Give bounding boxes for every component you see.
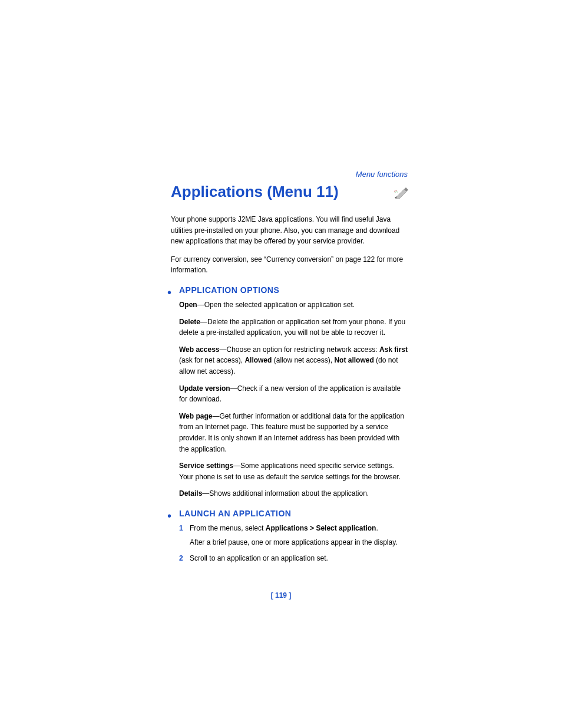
option-web-access-ask-first-after: (ask for net access), [179, 356, 244, 364]
intro-block: Your phone supports J2ME Java applicatio… [171, 214, 409, 276]
page-number: [ 119 ] [0, 591, 562, 599]
bullet-icon: • [167, 510, 171, 522]
running-header: Menu functions [356, 170, 408, 179]
step-1-body: From the menus, select Applications > Se… [190, 523, 409, 548]
option-web-access-ask-first: Ask first [379, 345, 408, 354]
step-2-number: 2 [179, 553, 190, 564]
option-web-page-text: —Get further information or additional d… [179, 412, 404, 453]
step-1-pre: From the menus, select [190, 524, 266, 532]
step-2-text: Scroll to an application or an applicati… [190, 554, 328, 562]
option-delete-text: —Delete the application or application s… [179, 318, 405, 337]
option-web-page: Web page—Get further information or addi… [179, 411, 409, 454]
option-delete: Delete—Delete the application or applica… [179, 317, 409, 338]
option-web-access: Web access—Choose an option for restrict… [179, 344, 409, 377]
option-web-access-allowed: Allowed [244, 356, 272, 364]
option-web-page-lead: Web page [179, 412, 212, 420]
option-web-access-pre: —Choose an option for restricting networ… [220, 345, 379, 354]
option-web-access-not-allowed: Not allowed [334, 356, 373, 364]
page: Menu functions Applications (Menu 11) Yo… [0, 0, 562, 728]
intro-paragraph-2: For currency conversion, see “Currency c… [171, 254, 409, 276]
option-open-text: —Open the selected application or applic… [197, 301, 355, 309]
option-open: Open—Open the selected application or ap… [179, 299, 409, 311]
step-1-number: 1 [179, 523, 190, 548]
step-2: 2 Scroll to an application or an applica… [179, 553, 409, 564]
option-update-version: Update version—Check if a new version of… [179, 383, 409, 405]
option-open-lead: Open [179, 301, 197, 309]
option-service-lead: Service settings [179, 462, 233, 470]
option-details: Details—Shows additional information abo… [179, 488, 409, 499]
title-row: Applications (Menu 11) [171, 183, 409, 201]
option-service-settings: Service settings—Some applications need … [179, 460, 409, 482]
step-1-sub: After a brief pause, one or more applica… [190, 537, 409, 548]
option-web-access-lead: Web access [179, 345, 220, 354]
svg-marker-0 [396, 189, 406, 199]
section-title-launch: LAUNCH AN APPLICATION [179, 509, 409, 518]
section-launch-application: • LAUNCH AN APPLICATION 1 From the menus… [171, 509, 409, 564]
step-2-body: Scroll to an application or an applicati… [190, 553, 409, 564]
option-details-lead: Details [179, 489, 202, 498]
option-web-access-allowed-after: (allow net access), [272, 356, 334, 364]
step-1-bold: Applications > Select application [266, 524, 376, 532]
option-details-text: —Shows additional information about the … [202, 489, 369, 498]
section-title-app-options: APPLICATION OPTIONS [179, 285, 409, 295]
step-1-post: . [376, 524, 378, 532]
applications-icon [394, 186, 409, 199]
section-application-options: • APPLICATION OPTIONS Open—Open the sele… [171, 285, 409, 499]
option-update-lead: Update version [179, 384, 230, 393]
intro-paragraph-1: Your phone supports J2ME Java applicatio… [171, 214, 409, 247]
step-1: 1 From the menus, select Applications > … [179, 523, 409, 548]
bullet-icon: • [167, 286, 171, 298]
option-delete-lead: Delete [179, 318, 200, 326]
page-title: Applications (Menu 11) [171, 183, 339, 201]
